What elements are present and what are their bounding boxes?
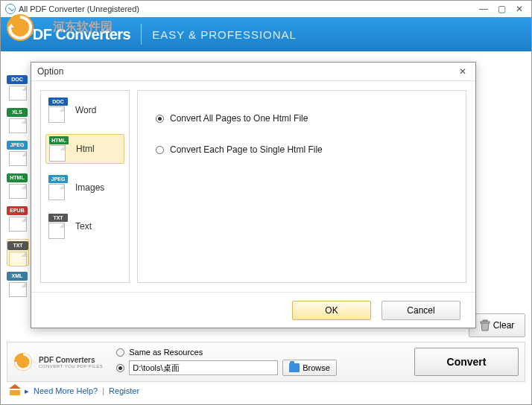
option-label: Convert All Pages to One Html File [170,113,308,124]
radio-icon [156,146,164,154]
option-tab-label: Images [75,182,104,193]
option-tab-html[interactable]: HTML Html [45,134,124,164]
svg-rect-2 [481,322,490,323]
option-tab-label: Text [75,221,92,232]
option-tab-label: Html [76,144,95,154]
chevron-icon: ▸ [25,386,29,396]
sidebar-item-jpeg[interactable]: JPEG [7,141,29,168]
dialog-titlebar: Option ✕ [31,63,475,80]
browse-button[interactable]: Browse [282,360,337,376]
radio-icon [116,348,124,357]
option-dialog: Option ✕ DOC Word HTML Html JPEG Images … [31,62,476,328]
custom-path-option[interactable]: D:\tools\桌面 Browse [116,360,337,376]
trash-icon [480,319,490,331]
dialog-title: Option [37,66,63,77]
option-tabs: DOC Word HTML Html JPEG Images TXT Text [40,90,130,283]
option-tab-text[interactable]: TXT Text [45,211,124,241]
separator: | [102,386,104,395]
watermark-text: 河东软件园 [53,19,113,35]
pdf-logo-text-block: PDF Converters CONVERT YOU PDF FILES [39,356,103,369]
browse-label: Browse [303,363,330,372]
output-brand-sub: CONVERT YOU PDF FILES [39,364,103,369]
sidebar-item-txt[interactable]: TXT [7,239,29,266]
option-content: Convert All Pages to One Html File Conve… [137,90,466,283]
option-tab-images[interactable]: JPEG Images [45,173,124,202]
output-brand: PDF Converters [39,356,103,364]
maximize-button[interactable]: ▢ [494,4,509,14]
convert-each-page-option[interactable]: Convert Each Page to Single Html File [156,144,448,155]
sidebar-item-xls[interactable]: XLS [7,108,29,135]
help-link[interactable]: Need More Help? [34,386,98,395]
tagline-text: EASY & PROFESSIONAL [152,28,297,41]
sidebar-item-doc[interactable]: DOC [7,75,29,102]
radio-icon [116,364,124,372]
app-banner: 河东软件园 PDF Converters EASY & PROFESSIONAL [1,17,531,51]
cancel-button[interactable]: Cancel [381,301,460,320]
minimize-button[interactable]: — [476,4,491,14]
pdf-logo-icon [13,352,33,371]
convert-button[interactable]: Convert [414,348,519,376]
dialog-buttons: OK Cancel [31,292,475,328]
logo-icon [5,13,35,42]
radio-icon [156,115,164,123]
folder-icon [289,363,300,372]
close-button[interactable]: ✕ [512,4,527,14]
output-path-input[interactable]: D:\tools\桌面 [129,360,278,375]
option-tab-label: Word [75,105,96,115]
svg-point-3 [14,353,32,371]
clear-label: Clear [493,320,515,331]
same-as-resources-label: Same as Resources [129,348,203,357]
sidebar-item-xml[interactable]: XML [7,272,29,299]
option-label: Convert Each Page to Single Html File [170,144,323,155]
home-icon[interactable] [10,386,20,395]
convert-all-pages-option[interactable]: Convert All Pages to One Html File [156,113,448,124]
same-as-resources-option[interactable]: Same as Resources [116,348,337,357]
window-title: All PDF Converter (Unregistered) [19,4,473,13]
ok-button[interactable]: OK [292,301,371,320]
output-panel: PDF Converters CONVERT YOU PDF FILES Sam… [7,342,525,382]
sidebar-item-html[interactable]: HTML [7,173,29,200]
help-row: ▸ Need More Help? | Register [7,382,525,398]
window-titlebar: All PDF Converter (Unregistered) — ▢ ✕ [1,1,531,17]
sidebar-item-epub[interactable]: EPUB [7,206,29,233]
dialog-close-button[interactable]: ✕ [456,66,469,77]
register-link[interactable]: Register [109,386,139,395]
banner-divider [141,24,142,45]
option-tab-word[interactable]: DOC Word [45,95,124,125]
clear-button[interactable]: Clear [469,313,525,337]
format-sidebar: DOC XLS JPEG HTML EPUB TXT XML [7,75,29,299]
